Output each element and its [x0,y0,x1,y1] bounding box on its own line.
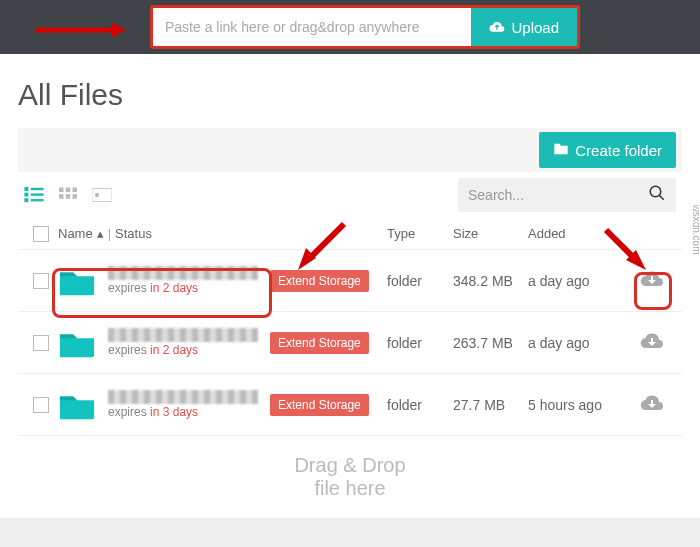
table-row[interactable]: expires in 3 days Extend Storage folder … [18,374,682,436]
size-cell: 263.7 MB [453,335,528,351]
col-added-header[interactable]: Added [528,226,628,241]
svg-rect-3 [31,193,44,195]
upload-button[interactable]: Upload [471,8,577,46]
search-input[interactable] [468,187,648,203]
size-cell: 27.7 MB [453,397,528,413]
svg-rect-8 [73,188,78,193]
row-checkbox[interactable] [33,335,49,351]
added-cell: a day ago [528,335,628,351]
file-expiry: expires in 2 days [108,281,258,295]
toolbar: Create folder [18,128,682,172]
file-name-redacted [108,328,258,342]
view-switcher [24,185,112,205]
col-name-header[interactable]: Name ▴ | Status [58,226,387,241]
file-name-redacted [108,390,258,404]
svg-point-13 [95,193,99,197]
search-wrap [458,178,676,212]
url-input[interactable] [153,8,471,46]
folder-plus-icon [553,142,569,159]
row-checkbox[interactable] [33,273,49,289]
svg-rect-7 [66,188,71,193]
svg-rect-0 [24,187,28,191]
svg-rect-4 [24,198,28,202]
create-folder-label: Create folder [575,142,662,159]
dropzone[interactable]: Drag & Drop file here [18,436,682,518]
folder-icon [58,390,96,420]
cloud-download-icon[interactable] [640,332,664,354]
type-cell: folder [387,397,453,413]
sort-asc-icon: ▴ [97,226,104,241]
select-all-checkbox[interactable] [33,226,49,242]
page-body: All Files Create folder Name ▴ | Status … [0,54,700,518]
col-status-label: Status [115,226,152,241]
extend-storage-button[interactable]: Extend Storage [270,270,369,292]
svg-rect-10 [66,194,71,199]
table-row[interactable]: expires in 2 days Extend Storage folder … [18,312,682,374]
type-cell: folder [387,273,453,289]
col-type-header[interactable]: Type [387,226,453,241]
svg-line-15 [659,195,664,200]
folder-icon [58,328,96,358]
svg-rect-6 [59,188,64,193]
dropzone-line2: file here [18,477,682,500]
page-title: All Files [18,78,682,112]
search-icon[interactable] [648,184,666,206]
top-bar: Upload [0,0,700,54]
row-checkbox[interactable] [33,397,49,413]
svg-point-14 [650,186,661,197]
cloud-upload-icon [489,19,505,36]
svg-rect-2 [24,193,28,197]
controls-bar [18,172,682,218]
list-view-icon[interactable] [24,185,44,205]
grid-view-icon[interactable] [58,185,78,205]
table-header: Name ▴ | Status Type Size Added [18,218,682,250]
table-row[interactable]: expires in 2 days Extend Storage folder … [18,250,682,312]
svg-rect-1 [31,188,44,190]
size-cell: 348.2 MB [453,273,528,289]
folder-icon [58,266,96,296]
added-cell: 5 hours ago [528,397,628,413]
create-folder-button[interactable]: Create folder [539,132,676,168]
file-name-redacted [108,266,258,280]
watermark: wsxdn.com [691,204,701,254]
url-upload-group: Upload [150,5,580,49]
col-size-header[interactable]: Size [453,226,528,241]
added-cell: a day ago [528,273,628,289]
svg-rect-11 [73,194,78,199]
upload-label: Upload [511,19,559,36]
svg-rect-9 [59,194,64,199]
cloud-download-icon[interactable] [640,270,664,292]
col-name-label: Name [58,226,93,241]
extend-storage-button[interactable]: Extend Storage [270,394,369,416]
dropzone-line1: Drag & Drop [18,454,682,477]
file-expiry: expires in 2 days [108,343,258,357]
svg-rect-5 [31,199,44,201]
extend-storage-button[interactable]: Extend Storage [270,332,369,354]
cloud-download-icon[interactable] [640,394,664,416]
file-expiry: expires in 3 days [108,405,258,419]
type-cell: folder [387,335,453,351]
compact-view-icon[interactable] [92,185,112,205]
